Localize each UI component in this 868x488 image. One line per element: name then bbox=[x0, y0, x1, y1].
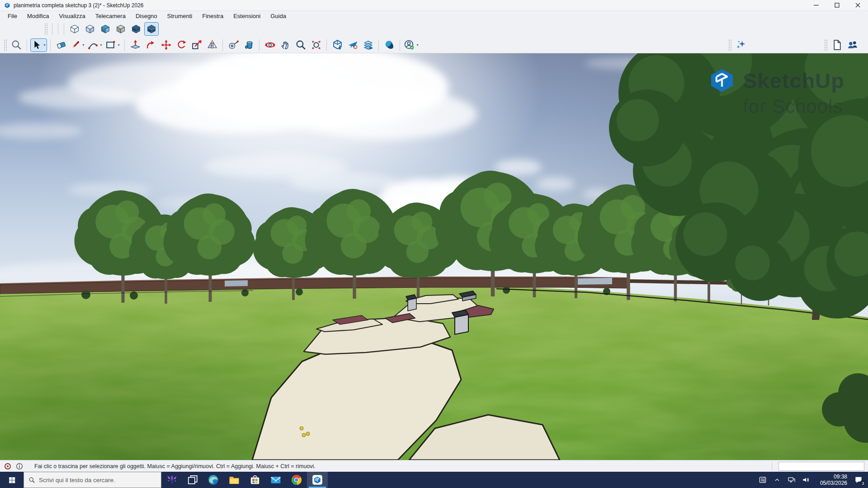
info-icon[interactable] bbox=[15, 462, 24, 470]
shaded-style-button[interactable] bbox=[83, 22, 97, 36]
toolbar-grip[interactable] bbox=[824, 39, 827, 51]
taskbar-file-explorer[interactable] bbox=[224, 472, 245, 488]
taskbar-sketchup[interactable] bbox=[307, 472, 328, 488]
move-tool[interactable] bbox=[159, 38, 173, 52]
close-button[interactable] bbox=[847, 0, 868, 10]
toolbar-separator bbox=[326, 39, 327, 51]
arc-tool[interactable]: ▾ bbox=[87, 38, 104, 52]
toolbar-grip[interactable] bbox=[728, 39, 731, 51]
collaborators-tool[interactable] bbox=[845, 38, 859, 52]
news-icon[interactable] bbox=[758, 475, 768, 485]
chevron-up-icon[interactable] bbox=[772, 475, 782, 485]
zoom-region-tool[interactable] bbox=[9, 38, 24, 52]
window-title: planimetria completa sketchup 3 (2)* - S… bbox=[14, 2, 143, 9]
account-dropdown-caret[interactable]: ▾ bbox=[415, 43, 420, 47]
paint-bucket-tool[interactable] bbox=[241, 38, 256, 52]
taskbar-store[interactable] bbox=[245, 472, 265, 488]
toolbar-separator bbox=[400, 39, 400, 51]
taskbar-search[interactable] bbox=[24, 472, 161, 488]
eraser-tool[interactable] bbox=[54, 38, 68, 52]
3d-warehouse-tool[interactable] bbox=[330, 38, 344, 52]
shaded-textures-style-button[interactable] bbox=[98, 22, 113, 36]
status-message: Fai clic o trascina per selezionare gli … bbox=[34, 463, 316, 469]
send-model-tool[interactable] bbox=[345, 38, 360, 52]
toolbar-separator bbox=[52, 23, 52, 35]
move-icon bbox=[160, 39, 172, 51]
arc-dropdown-caret[interactable]: ▾ bbox=[99, 43, 103, 47]
search-input[interactable] bbox=[39, 477, 161, 483]
freehand-dropdown-caret[interactable]: ▾ bbox=[81, 43, 85, 47]
menu-strumenti[interactable]: Strumenti bbox=[162, 12, 198, 20]
rectangle-dropdown-caret[interactable]: ▾ bbox=[117, 43, 121, 47]
geolocation-icon[interactable] bbox=[4, 462, 12, 470]
styles-toolbar bbox=[0, 21, 868, 37]
menu-modifica[interactable]: Modifica bbox=[22, 12, 54, 20]
task-view-icon bbox=[187, 474, 198, 486]
status-separator bbox=[772, 462, 772, 470]
pushpull-tool[interactable] bbox=[128, 38, 142, 52]
3d-warehouse-icon bbox=[332, 39, 343, 51]
menu-disegno[interactable]: Disegno bbox=[131, 12, 162, 20]
shaded-icon bbox=[85, 23, 95, 34]
measurements-input[interactable] bbox=[778, 462, 864, 471]
network-icon[interactable] bbox=[787, 475, 797, 485]
start-button[interactable] bbox=[0, 472, 24, 488]
menu-telecamera[interactable]: Telecamera bbox=[90, 12, 131, 20]
hidden-line-style-button[interactable] bbox=[67, 22, 82, 36]
menu-finestra[interactable]: Finestra bbox=[197, 12, 228, 20]
menu-guida[interactable]: Guida bbox=[265, 12, 291, 20]
rotate-tool[interactable] bbox=[174, 38, 189, 52]
toolbar-separator bbox=[124, 39, 125, 51]
menu-file[interactable]: File bbox=[3, 12, 22, 20]
file-explorer-icon bbox=[228, 474, 240, 486]
shapes-icon bbox=[384, 39, 395, 51]
maximize-button[interactable] bbox=[826, 0, 847, 10]
orbit-tool[interactable] bbox=[263, 38, 277, 52]
viewport-3d-scene[interactable] bbox=[0, 53, 868, 460]
toolbar-separator bbox=[259, 39, 259, 51]
zoom-extents-tool[interactable] bbox=[309, 38, 323, 52]
scale-tool[interactable] bbox=[189, 38, 204, 52]
taskbar-chrome[interactable] bbox=[286, 472, 307, 488]
clock-date: 05/03/2026 bbox=[816, 480, 847, 486]
toolbar-separator bbox=[64, 23, 64, 35]
tape-measure-tool[interactable] bbox=[226, 38, 241, 52]
dark-style-2-style-button[interactable] bbox=[144, 22, 159, 36]
taskbar-clock[interactable]: 09:38 05/03/2026 bbox=[816, 474, 847, 486]
taskbar-mail[interactable] bbox=[265, 472, 286, 488]
taskbar-task-view[interactable] bbox=[182, 472, 203, 488]
pushpull-icon bbox=[130, 39, 141, 51]
menu-visualizza[interactable]: Visualizza bbox=[54, 12, 90, 20]
taskbar-edge[interactable] bbox=[203, 472, 224, 488]
zoom-tool[interactable] bbox=[293, 38, 308, 52]
toolbar-grip[interactable] bbox=[44, 23, 47, 35]
rectangle-tool[interactable]: ▾ bbox=[104, 38, 121, 52]
collaborators-icon bbox=[847, 39, 858, 51]
account-tool[interactable]: ▾ bbox=[403, 38, 420, 52]
freehand-tool[interactable]: ▾ bbox=[69, 38, 86, 52]
select-dropdown-caret[interactable]: ▾ bbox=[42, 43, 47, 47]
followme-tool[interactable] bbox=[143, 38, 158, 52]
notification-center-icon[interactable]: 3 bbox=[852, 474, 865, 486]
new-document-tool[interactable] bbox=[830, 38, 844, 52]
speaker-icon[interactable] bbox=[801, 475, 811, 485]
shapes-tool[interactable] bbox=[382, 38, 396, 52]
pan-tool[interactable] bbox=[278, 38, 292, 52]
zoom-icon bbox=[295, 39, 307, 51]
flip-tool[interactable] bbox=[205, 38, 219, 52]
dark-style-1-style-button[interactable] bbox=[129, 22, 143, 36]
export-layers-tool[interactable] bbox=[361, 38, 375, 52]
zoom-region-icon bbox=[11, 39, 22, 51]
ai-assistant-tool[interactable] bbox=[734, 38, 748, 52]
menu-estensioni[interactable]: Estensioni bbox=[228, 12, 265, 20]
zoom-extents-icon bbox=[311, 39, 322, 51]
minimize-button[interactable] bbox=[806, 0, 826, 10]
title-bar: planimetria completa sketchup 3 (2)* - S… bbox=[0, 0, 868, 11]
taskbar-search-highlights[interactable] bbox=[161, 472, 182, 488]
monochrome-style-button[interactable] bbox=[113, 22, 128, 36]
select-tool[interactable]: ▾ bbox=[30, 38, 47, 52]
rotate-icon bbox=[176, 39, 187, 51]
taskbar: 09:38 05/03/2026 3 bbox=[0, 472, 868, 488]
toolbar-grip[interactable] bbox=[4, 39, 7, 51]
viewport: SketchUp for Schools bbox=[0, 53, 868, 460]
